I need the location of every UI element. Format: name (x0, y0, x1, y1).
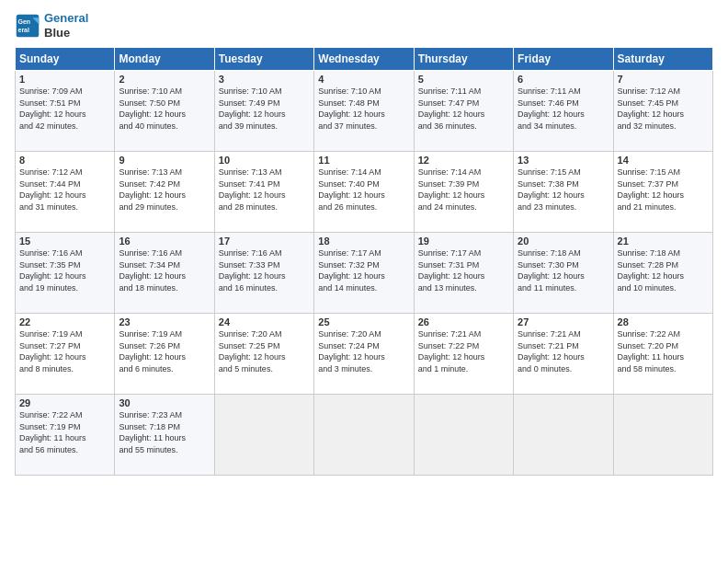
col-tuesday: Tuesday (214, 48, 313, 71)
col-wednesday: Wednesday (314, 48, 414, 71)
calendar-cell: 22Sunrise: 7:19 AMSunset: 7:27 PMDayligh… (16, 314, 115, 395)
cell-info: Sunrise: 7:11 AMSunset: 7:47 PMDaylight:… (418, 86, 509, 132)
cell-info: Sunrise: 7:10 AMSunset: 7:48 PMDaylight:… (318, 86, 409, 132)
calendar-week-row: 15Sunrise: 7:16 AMSunset: 7:35 PMDayligh… (16, 233, 713, 314)
calendar-cell: 28Sunrise: 7:22 AMSunset: 7:20 PMDayligh… (613, 314, 712, 395)
cell-info: Sunrise: 7:16 AMSunset: 7:33 PMDaylight:… (219, 247, 310, 293)
calendar-cell: 7Sunrise: 7:12 AMSunset: 7:45 PMDaylight… (613, 71, 712, 152)
logo: Gen eral General Blue (15, 11, 88, 40)
calendar-cell: 29Sunrise: 7:22 AMSunset: 7:19 PMDayligh… (16, 395, 115, 476)
svg-text:Gen: Gen (18, 18, 31, 25)
calendar-cell: 21Sunrise: 7:18 AMSunset: 7:28 PMDayligh… (613, 233, 712, 314)
cell-info: Sunrise: 7:21 AMSunset: 7:21 PMDaylight:… (518, 328, 609, 374)
calendar-header-row: Sunday Monday Tuesday Wednesday Thursday… (16, 48, 713, 71)
col-monday: Monday (115, 48, 214, 71)
calendar-table: Sunday Monday Tuesday Wednesday Thursday… (15, 47, 713, 476)
calendar-week-row: 29Sunrise: 7:22 AMSunset: 7:19 PMDayligh… (16, 395, 713, 476)
calendar-cell: 10Sunrise: 7:13 AMSunset: 7:41 PMDayligh… (214, 152, 313, 233)
calendar-cell: 30Sunrise: 7:23 AMSunset: 7:18 PMDayligh… (115, 395, 214, 476)
day-number: 1 (19, 74, 110, 85)
cell-info: Sunrise: 7:14 AMSunset: 7:39 PMDaylight:… (418, 167, 509, 213)
calendar-cell: 6Sunrise: 7:11 AMSunset: 7:46 PMDaylight… (514, 71, 613, 152)
cell-info: Sunrise: 7:09 AMSunset: 7:51 PMDaylight:… (19, 86, 110, 132)
cell-info: Sunrise: 7:23 AMSunset: 7:18 PMDaylight:… (119, 409, 210, 455)
logo-text: General Blue (44, 11, 88, 40)
day-number: 16 (119, 236, 210, 247)
day-number: 19 (418, 236, 509, 247)
calendar-week-row: 8Sunrise: 7:12 AMSunset: 7:44 PMDaylight… (16, 152, 713, 233)
cell-info: Sunrise: 7:17 AMSunset: 7:31 PMDaylight:… (418, 247, 509, 293)
calendar-cell (414, 395, 513, 476)
day-number: 3 (219, 74, 310, 85)
cell-info: Sunrise: 7:13 AMSunset: 7:41 PMDaylight:… (219, 167, 310, 213)
cell-info: Sunrise: 7:20 AMSunset: 7:25 PMDaylight:… (219, 328, 310, 374)
cell-info: Sunrise: 7:19 AMSunset: 7:26 PMDaylight:… (119, 328, 210, 374)
col-saturday: Saturday (613, 48, 712, 71)
calendar-cell: 20Sunrise: 7:18 AMSunset: 7:30 PMDayligh… (514, 233, 613, 314)
header: Gen eral General Blue (15, 11, 713, 40)
calendar-cell (214, 395, 313, 476)
cell-info: Sunrise: 7:12 AMSunset: 7:45 PMDaylight:… (618, 86, 709, 132)
cell-info: Sunrise: 7:16 AMSunset: 7:35 PMDaylight:… (19, 247, 110, 293)
day-number: 5 (418, 74, 509, 85)
cell-info: Sunrise: 7:16 AMSunset: 7:34 PMDaylight:… (119, 247, 210, 293)
day-number: 20 (518, 236, 609, 247)
calendar-cell: 1Sunrise: 7:09 AMSunset: 7:51 PMDaylight… (16, 71, 115, 152)
calendar-cell: 26Sunrise: 7:21 AMSunset: 7:22 PMDayligh… (414, 314, 513, 395)
day-number: 29 (19, 397, 110, 408)
calendar-week-row: 22Sunrise: 7:19 AMSunset: 7:27 PMDayligh… (16, 314, 713, 395)
calendar-cell: 25Sunrise: 7:20 AMSunset: 7:24 PMDayligh… (314, 314, 414, 395)
col-thursday: Thursday (414, 48, 513, 71)
cell-info: Sunrise: 7:21 AMSunset: 7:22 PMDaylight:… (418, 328, 509, 374)
cell-info: Sunrise: 7:22 AMSunset: 7:19 PMDaylight:… (19, 409, 110, 455)
calendar-cell: 14Sunrise: 7:15 AMSunset: 7:37 PMDayligh… (613, 152, 712, 233)
day-number: 2 (119, 74, 210, 85)
cell-info: Sunrise: 7:18 AMSunset: 7:28 PMDaylight:… (618, 247, 709, 293)
day-number: 22 (19, 316, 110, 327)
day-number: 23 (119, 316, 210, 327)
day-number: 13 (518, 155, 609, 166)
calendar-cell: 4Sunrise: 7:10 AMSunset: 7:48 PMDaylight… (314, 71, 414, 152)
cell-info: Sunrise: 7:19 AMSunset: 7:27 PMDaylight:… (19, 328, 110, 374)
calendar-cell: 5Sunrise: 7:11 AMSunset: 7:47 PMDaylight… (414, 71, 513, 152)
calendar-cell: 11Sunrise: 7:14 AMSunset: 7:40 PMDayligh… (314, 152, 414, 233)
day-number: 14 (618, 155, 709, 166)
calendar-cell (613, 395, 712, 476)
calendar-cell: 13Sunrise: 7:15 AMSunset: 7:38 PMDayligh… (514, 152, 613, 233)
day-number: 18 (318, 236, 409, 247)
day-number: 6 (518, 74, 609, 85)
calendar-cell (514, 395, 613, 476)
col-sunday: Sunday (16, 48, 115, 71)
day-number: 30 (119, 397, 210, 408)
calendar-cell: 3Sunrise: 7:10 AMSunset: 7:49 PMDaylight… (214, 71, 313, 152)
day-number: 28 (618, 316, 709, 327)
day-number: 27 (518, 316, 609, 327)
calendar-cell: 18Sunrise: 7:17 AMSunset: 7:32 PMDayligh… (314, 233, 414, 314)
calendar-cell: 15Sunrise: 7:16 AMSunset: 7:35 PMDayligh… (16, 233, 115, 314)
day-number: 10 (219, 155, 310, 166)
day-number: 17 (219, 236, 310, 247)
calendar-cell: 17Sunrise: 7:16 AMSunset: 7:33 PMDayligh… (214, 233, 313, 314)
svg-text:eral: eral (18, 27, 30, 33)
day-number: 12 (418, 155, 509, 166)
calendar-cell: 16Sunrise: 7:16 AMSunset: 7:34 PMDayligh… (115, 233, 214, 314)
calendar-week-row: 1Sunrise: 7:09 AMSunset: 7:51 PMDaylight… (16, 71, 713, 152)
general-blue-logo-icon: Gen eral (15, 13, 40, 39)
calendar-cell (314, 395, 414, 476)
calendar-cell: 8Sunrise: 7:12 AMSunset: 7:44 PMDaylight… (16, 152, 115, 233)
cell-info: Sunrise: 7:15 AMSunset: 7:37 PMDaylight:… (618, 167, 709, 213)
day-number: 11 (318, 155, 409, 166)
cell-info: Sunrise: 7:10 AMSunset: 7:49 PMDaylight:… (219, 86, 310, 132)
day-number: 26 (418, 316, 509, 327)
col-friday: Friday (514, 48, 613, 71)
calendar-cell: 12Sunrise: 7:14 AMSunset: 7:39 PMDayligh… (414, 152, 513, 233)
cell-info: Sunrise: 7:22 AMSunset: 7:20 PMDaylight:… (618, 328, 709, 374)
cell-info: Sunrise: 7:17 AMSunset: 7:32 PMDaylight:… (318, 247, 409, 293)
calendar-cell: 2Sunrise: 7:10 AMSunset: 7:50 PMDaylight… (115, 71, 214, 152)
day-number: 21 (618, 236, 709, 247)
calendar-cell: 19Sunrise: 7:17 AMSunset: 7:31 PMDayligh… (414, 233, 513, 314)
cell-info: Sunrise: 7:10 AMSunset: 7:50 PMDaylight:… (119, 86, 210, 132)
calendar-page: Gen eral General Blue Sunday Monday Tues… (0, 0, 728, 563)
day-number: 15 (19, 236, 110, 247)
day-number: 9 (119, 155, 210, 166)
